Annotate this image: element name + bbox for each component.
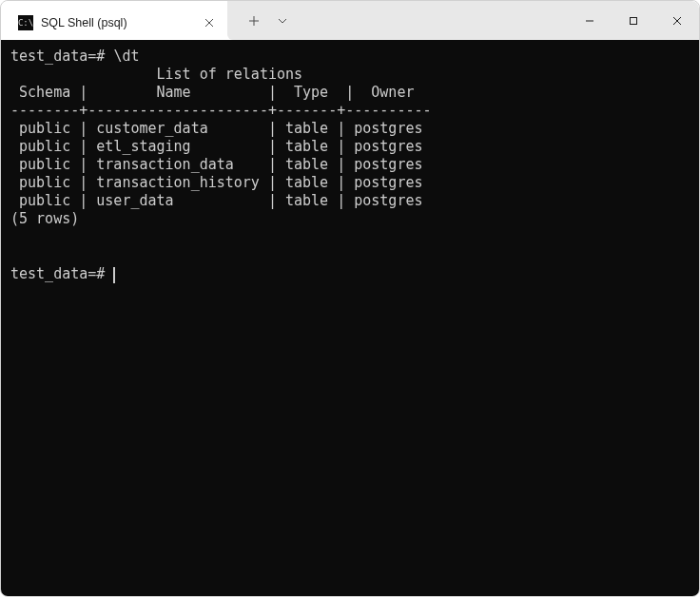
table-separator: --------+---------------------+-------+-… [10, 102, 432, 119]
maximize-icon [629, 16, 638, 26]
terminal-icon: C:\ [18, 15, 33, 30]
tabstrip [227, 1, 699, 40]
relations-header: List of relations [157, 66, 303, 83]
minimize-icon [585, 16, 594, 26]
prompt: test_data=# [10, 265, 105, 282]
titlebar: C:\ SQL Shell (psql) [1, 1, 699, 40]
col-type: Type [294, 84, 328, 101]
command: \dt [113, 48, 139, 65]
window-controls [568, 1, 699, 40]
new-tab-button[interactable] [241, 8, 267, 34]
col-name: Name [157, 84, 191, 101]
tab-title: SQL Shell (psql) [41, 16, 193, 29]
table-rows: public | customer_data | table | postgre… [10, 120, 422, 209]
close-icon [204, 18, 214, 28]
col-schema: Schema [19, 84, 70, 101]
prompt: test_data=# [10, 48, 105, 65]
minimize-button[interactable] [568, 1, 612, 40]
cursor [113, 267, 115, 283]
terminal-area[interactable]: test_data=# \dt List of relations Schema… [1, 40, 699, 597]
col-owner: Owner [371, 84, 414, 101]
window-close-button[interactable] [655, 1, 699, 40]
tab-close-button[interactable] [201, 14, 218, 31]
tab-psql[interactable]: C:\ SQL Shell (psql) [9, 7, 227, 39]
row-count: (5 rows) [10, 210, 79, 227]
chevron-down-icon [278, 18, 287, 24]
svg-rect-0 [631, 17, 637, 24]
plus-icon [248, 15, 260, 27]
tab-dropdown-button[interactable] [269, 8, 296, 34]
maximize-button[interactable] [612, 1, 655, 40]
close-icon [672, 16, 682, 26]
